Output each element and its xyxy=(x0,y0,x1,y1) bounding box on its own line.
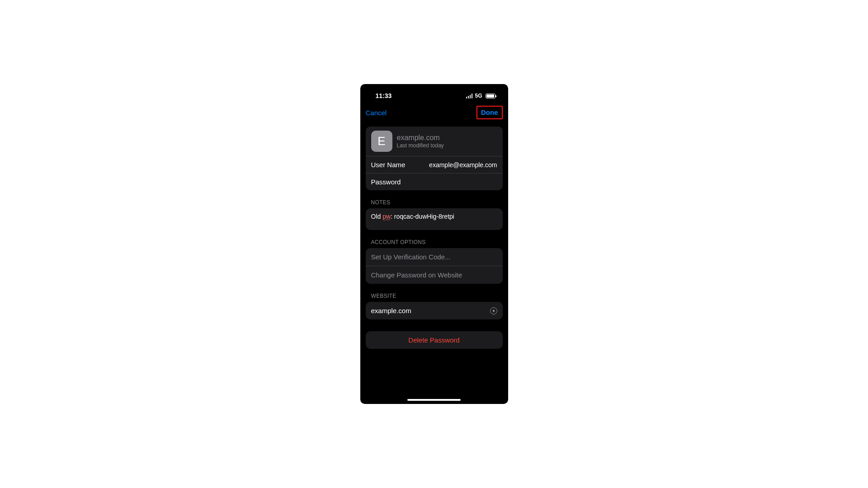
notes-section-header: NOTES xyxy=(371,199,503,206)
website-row[interactable]: example.com xyxy=(366,302,503,319)
username-row[interactable]: User Name example@example.com xyxy=(366,156,503,174)
username-label: User Name xyxy=(371,161,406,169)
nav-bar: Cancel Done xyxy=(360,103,508,124)
site-title: example.com xyxy=(397,134,497,142)
delete-password-button[interactable]: Delete Password xyxy=(366,331,503,349)
site-avatar: E xyxy=(371,131,392,152)
done-highlight: Done xyxy=(476,106,503,119)
battery-icon xyxy=(486,94,495,99)
setup-verification-button[interactable]: Set Up Verification Code... xyxy=(366,248,503,266)
notes-card[interactable]: Old pw: roqcac-duwHig-8retpi xyxy=(366,208,503,230)
website-card: example.com xyxy=(366,302,503,319)
done-button[interactable]: Done xyxy=(481,108,498,116)
password-label: Password xyxy=(371,178,401,186)
signal-icon xyxy=(466,94,473,99)
network-label: 5G xyxy=(475,93,482,99)
account-options-header: ACCOUNT OPTIONS xyxy=(371,239,503,245)
username-value: example@example.com xyxy=(429,161,497,169)
change-password-button[interactable]: Change Password on Website xyxy=(366,266,503,284)
website-value: example.com xyxy=(371,307,411,314)
credential-card: E example.com Last modified today User N… xyxy=(366,127,503,190)
credential-header: E example.com Last modified today xyxy=(366,127,503,156)
delete-card: Delete Password xyxy=(366,331,503,349)
safari-icon[interactable] xyxy=(490,307,497,314)
site-modified: Last modified today xyxy=(397,142,497,149)
site-info: example.com Last modified today xyxy=(397,134,497,149)
cancel-button[interactable]: Cancel xyxy=(366,109,387,117)
website-section-header: WEBSITE xyxy=(371,293,503,299)
phone-screen: 11:33 5G Cancel Done E example.com Last … xyxy=(360,84,508,404)
account-options-card: Set Up Verification Code... Change Passw… xyxy=(366,248,503,284)
home-indicator[interactable] xyxy=(407,399,461,401)
status-time: 11:33 xyxy=(376,92,392,99)
notes-text: Old pw: roqcac-duwHig-8retpi xyxy=(366,208,503,230)
status-bar: 11:33 5G xyxy=(360,84,508,103)
password-row[interactable]: Password xyxy=(366,174,503,190)
content: E example.com Last modified today User N… xyxy=(360,124,508,404)
status-right: 5G xyxy=(466,93,495,99)
